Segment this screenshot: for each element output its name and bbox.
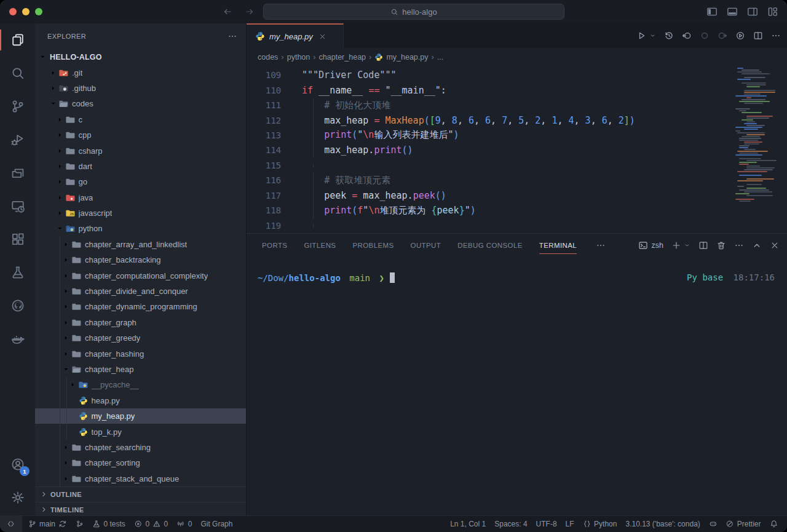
- twisty-right-icon[interactable]: [62, 458, 72, 468]
- tree-item-chapter_backtracking[interactable]: chapter_backtracking: [35, 252, 246, 268]
- status-tests[interactable]: 0 tests: [88, 516, 130, 532]
- editor-action-circle-icon[interactable]: [700, 31, 710, 41]
- tree-item-hello-algo[interactable]: HELLO-ALGO: [35, 49, 246, 65]
- tree-item-codes[interactable]: codes: [35, 96, 246, 111]
- twisty-right-icon[interactable]: [62, 255, 72, 265]
- twisty-right-icon[interactable]: [62, 442, 72, 452]
- nav-forward-icon[interactable]: [245, 7, 255, 17]
- editor-action-run-icon[interactable]: [636, 31, 646, 41]
- panel-tab-problems[interactable]: PROBLEMS: [352, 234, 394, 257]
- tree-item-chapter_dynamic_programming[interactable]: chapter_dynamic_programming: [35, 299, 246, 314]
- activity-accounts[interactable]: 1: [0, 448, 35, 481]
- breadcrumb-chapter_heap[interactable]: chapter_heap: [319, 53, 366, 62]
- activity-github[interactable]: [0, 289, 35, 322]
- tree-item-chapter_array_and_linkedlist[interactable]: chapter_array_and_linkedlist: [35, 237, 246, 252]
- twisty-right-icon[interactable]: [56, 130, 66, 140]
- tree-item-python[interactable]: python: [35, 221, 246, 236]
- tree-item-dart[interactable]: dart: [35, 159, 246, 174]
- tree-item-.github[interactable]: .github: [35, 81, 246, 96]
- panel-tab-terminal[interactable]: TERMINAL: [539, 234, 577, 257]
- panel-trash-icon[interactable]: [716, 240, 726, 250]
- twisty-down-icon[interactable]: [62, 365, 72, 375]
- activity-search[interactable]: [0, 57, 35, 90]
- twisty-right-icon[interactable]: [56, 161, 66, 171]
- twisty-right-icon[interactable]: [49, 83, 59, 93]
- twisty-right-icon[interactable]: [56, 146, 66, 156]
- tree-item-c[interactable]: c: [35, 112, 246, 127]
- tree-item-my_heap.py[interactable]: my_heap.py: [35, 408, 246, 424]
- status-language-mode[interactable]: Python: [579, 516, 622, 532]
- status-encoding[interactable]: UTF-8: [532, 516, 561, 532]
- panel-split-icon[interactable]: [698, 240, 708, 250]
- breadcrumb-...[interactable]: ...: [437, 53, 443, 62]
- layout-panel-icon[interactable]: [727, 6, 738, 17]
- status-notifications[interactable]: [765, 516, 783, 532]
- status-problems[interactable]: 00: [130, 516, 172, 532]
- close-window-button[interactable]: [9, 8, 17, 15]
- panel-tab-debug-console[interactable]: DEBUG CONSOLE: [457, 234, 523, 257]
- tree-item-__pycache__[interactable]: __pycache__: [35, 377, 246, 392]
- tree-item-top_k.py[interactable]: top_k.py: [35, 424, 246, 439]
- tab-close-icon[interactable]: [318, 33, 326, 41]
- twisty-right-icon[interactable]: [62, 271, 72, 280]
- breadcrumb-codes[interactable]: codes: [258, 53, 278, 62]
- status-git-graph-label[interactable]: Git Graph: [196, 516, 237, 532]
- command-center-search[interactable]: hello-algo: [263, 4, 564, 20]
- twisty-down-icon[interactable]: [39, 52, 49, 62]
- activity-testing[interactable]: [0, 256, 35, 289]
- tree-item-csharp[interactable]: csharp: [35, 143, 246, 158]
- panel-tab-output[interactable]: OUTPUT: [411, 234, 441, 257]
- twisty-right-icon[interactable]: [56, 177, 66, 187]
- twisty-right-icon[interactable]: [62, 474, 72, 483]
- tab-my_heap[interactable]: my_heap.py: [247, 23, 344, 48]
- status-remote-indicator[interactable]: [0, 516, 22, 532]
- twisty-right-icon[interactable]: [62, 333, 72, 343]
- activity-remote-explorer[interactable]: [0, 189, 35, 223]
- breadcrumb-my_heap.py[interactable]: my_heap.py: [374, 53, 428, 62]
- status-indentation[interactable]: Spaces: 4: [490, 516, 531, 532]
- tree-item-javascript[interactable]: JSjavascript: [35, 205, 246, 221]
- editor-action-run-circle-icon[interactable]: [735, 31, 745, 41]
- editor-action-chevron-down-sm-icon[interactable]: [649, 31, 656, 41]
- tree-item-chapter_greedy[interactable]: chapter_greedy: [35, 330, 246, 346]
- terminal-instance[interactable]: zsh: [638, 240, 663, 250]
- minimize-window-button[interactable]: [22, 8, 30, 15]
- twisty-right-icon[interactable]: [49, 68, 59, 77]
- status-git-branch[interactable]: main: [24, 516, 71, 532]
- twisty-right-icon[interactable]: [62, 302, 72, 312]
- panel-chevron-up-icon[interactable]: [752, 240, 762, 250]
- twisty-down-icon[interactable]: [56, 224, 66, 234]
- editor-action-more-icon[interactable]: [771, 31, 781, 41]
- terminal[interactable]: ~/Dow/hello-algo main ❯ Py base 18:17:16: [247, 257, 787, 283]
- twisty-right-icon[interactable]: [62, 239, 72, 249]
- panel-plus-icon[interactable]: [671, 240, 681, 250]
- panel-tab-gitlens[interactable]: GITLENS: [304, 234, 336, 257]
- panel-tab-ports[interactable]: PORTS: [262, 234, 287, 257]
- layout-customize-icon[interactable]: [767, 6, 778, 17]
- tree-item-cpp[interactable]: cpp: [35, 127, 246, 143]
- status-python-interpreter[interactable]: 3.10.13 ('base': conda): [621, 516, 704, 532]
- twisty-right-icon[interactable]: [62, 349, 72, 359]
- tree-item-java[interactable]: java: [35, 190, 246, 205]
- tree-item-go[interactable]: go: [35, 174, 246, 189]
- activity-explorer[interactable]: [0, 23, 35, 57]
- twisty-right-icon[interactable]: [56, 193, 66, 202]
- editor-action-history-icon[interactable]: [664, 31, 674, 41]
- nav-back-icon[interactable]: [223, 7, 232, 17]
- status-ports[interactable]: 0: [172, 516, 196, 532]
- twisty-right-icon[interactable]: [56, 114, 66, 124]
- status-git-graph-view[interactable]: [71, 516, 89, 532]
- tree-item-chapter_hashing[interactable]: chapter_hashing: [35, 346, 246, 361]
- panel-close-icon[interactable]: [770, 240, 780, 250]
- tree-item-chapter_computational_complexity[interactable]: chapter_computational_complexity: [35, 268, 246, 283]
- panel-chevron-down-sm-icon[interactable]: [684, 240, 690, 250]
- editor-action-circle-right-icon[interactable]: [718, 31, 727, 41]
- minimap[interactable]: [735, 66, 782, 213]
- tree-item-.git[interactable]: .git: [35, 65, 246, 80]
- twisty-right-icon[interactable]: [62, 317, 72, 327]
- activity-settings[interactable]: [0, 481, 35, 514]
- tree-item-chapter_graph[interactable]: chapter_graph: [35, 315, 246, 330]
- explorer-more-actions-icon[interactable]: [227, 31, 237, 41]
- editor-action-split-icon[interactable]: [753, 31, 763, 41]
- layout-sidebar-right-icon[interactable]: [747, 6, 758, 17]
